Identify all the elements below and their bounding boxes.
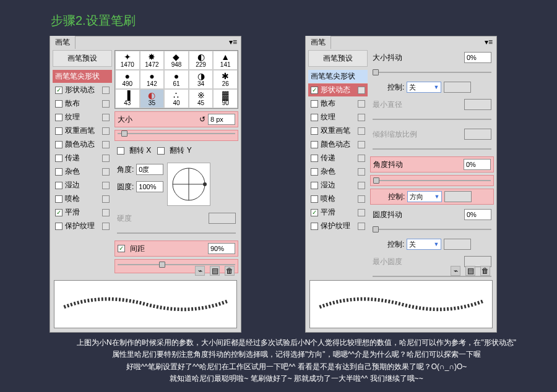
checkbox-icon[interactable] xyxy=(311,114,318,121)
lock-icon[interactable] xyxy=(358,209,365,216)
sidebar-item-transfer[interactable]: 传递 xyxy=(53,151,112,164)
spacing-input[interactable]: 90% xyxy=(208,243,235,254)
checkbox-icon[interactable] xyxy=(311,182,318,189)
checkbox-icon[interactable] xyxy=(55,141,63,148)
sidebar-item-color-dynamics[interactable]: 颜色动态 xyxy=(308,138,368,151)
lock-icon[interactable] xyxy=(102,155,110,162)
size-jitter-input[interactable]: 0% xyxy=(464,52,491,63)
lock-icon[interactable] xyxy=(358,87,365,94)
checkbox-icon[interactable] xyxy=(311,209,318,216)
lock-icon[interactable] xyxy=(358,223,365,230)
checkbox-icon[interactable] xyxy=(311,87,318,94)
round-jitter-input[interactable]: 0% xyxy=(464,209,491,220)
sidebar-item-texture[interactable]: 纹理 xyxy=(308,111,368,124)
panel-tab-brush[interactable]: 画笔 xyxy=(50,36,76,49)
lock-icon[interactable] xyxy=(102,127,110,135)
checkbox-icon[interactable] xyxy=(55,100,63,108)
panel-menu-icon[interactable]: ▾≡ xyxy=(481,36,496,48)
brush-preset-button[interactable]: 画笔预设 xyxy=(308,50,368,67)
lock-icon[interactable] xyxy=(102,182,110,189)
checkbox-icon[interactable] xyxy=(55,195,63,203)
lock-icon[interactable] xyxy=(102,223,110,230)
size-control-select[interactable]: 关▼ xyxy=(407,82,441,93)
lock-icon[interactable] xyxy=(102,168,110,176)
checkbox-icon[interactable] xyxy=(311,141,318,148)
lock-icon[interactable] xyxy=(102,114,110,121)
lock-icon[interactable] xyxy=(358,100,365,108)
checkbox-icon[interactable] xyxy=(55,168,63,176)
roundness-input[interactable]: 100% xyxy=(136,181,163,192)
sidebar-item-shape-dynamics[interactable]: 形状动态 xyxy=(308,83,368,96)
lock-icon[interactable] xyxy=(102,141,110,148)
delete-icon[interactable]: 🗑 xyxy=(480,266,490,276)
sidebar-item-wet-edges[interactable]: 湿边 xyxy=(53,179,112,192)
panel-menu-icon[interactable]: ▾≡ xyxy=(225,36,241,48)
sidebar-item-wet-edges[interactable]: 湿边 xyxy=(308,179,368,192)
toggle-preview-icon[interactable]: ⌁ xyxy=(195,266,205,276)
angle-diagram[interactable] xyxy=(167,163,210,206)
sidebar-item-dual-brush[interactable]: 双重画笔 xyxy=(308,124,368,137)
flip-y-checkbox[interactable] xyxy=(157,147,165,155)
toggle-preview-icon[interactable]: ⌁ xyxy=(451,266,460,276)
sidebar-item-scattering[interactable]: 散布 xyxy=(53,97,112,110)
checkbox-icon[interactable] xyxy=(55,114,63,121)
delete-icon[interactable]: 🗑 xyxy=(225,266,235,276)
sidebar-item-transfer[interactable]: 传递 xyxy=(308,151,368,164)
checkbox-icon[interactable] xyxy=(311,155,318,162)
sidebar-item-airbrush[interactable]: 喷枪 xyxy=(53,192,112,205)
angle-jitter-slider[interactable] xyxy=(373,177,491,184)
checkbox-icon[interactable] xyxy=(311,127,318,135)
new-brush-icon[interactable]: ▤ xyxy=(465,266,475,276)
sidebar-item-protect-texture[interactable]: 保护纹理 xyxy=(308,219,368,232)
round-jitter-slider[interactable] xyxy=(373,226,491,232)
size-jitter-slider[interactable] xyxy=(373,69,491,75)
lock-icon[interactable] xyxy=(358,141,365,148)
lock-icon[interactable] xyxy=(358,195,365,203)
size-input[interactable]: 8 px xyxy=(208,114,235,125)
checkbox-icon[interactable] xyxy=(311,195,318,203)
lock-icon[interactable] xyxy=(358,155,365,162)
size-slider[interactable] xyxy=(118,130,235,137)
sidebar-item-brushtip[interactable]: 画笔笔尖形状 xyxy=(308,70,368,83)
sidebar-item-protect-texture[interactable]: 保护纹理 xyxy=(53,219,112,232)
checkbox-icon[interactable] xyxy=(311,168,318,176)
brush-preset-grid[interactable]: ✦1470 ✸1472 ◆948 ◐229 ▲141 ●490 ●142 ●61… xyxy=(114,50,238,109)
lock-icon[interactable] xyxy=(358,127,365,135)
sidebar-item-smoothing[interactable]: 平滑 xyxy=(308,206,368,219)
angle-input[interactable]: 0度 xyxy=(136,164,163,175)
brush-preset-button[interactable]: 画笔预设 xyxy=(53,50,112,67)
checkbox-icon[interactable] xyxy=(55,182,63,189)
checkbox-icon[interactable] xyxy=(55,223,63,230)
lock-icon[interactable] xyxy=(102,209,110,216)
spacing-checkbox[interactable] xyxy=(118,245,125,252)
angle-jitter-input[interactable]: 0% xyxy=(464,159,491,170)
checkbox-icon[interactable] xyxy=(55,209,63,216)
sidebar-item-brushtip[interactable]: 画笔笔尖形状 xyxy=(53,70,112,83)
sidebar-item-noise[interactable]: 杂色 xyxy=(308,165,368,178)
lock-icon[interactable] xyxy=(358,182,365,189)
lock-icon[interactable] xyxy=(102,87,110,94)
sidebar-item-noise[interactable]: 杂色 xyxy=(53,165,112,178)
checkbox-icon[interactable] xyxy=(55,127,63,135)
sidebar-item-shape-dynamics[interactable]: 形状动态 xyxy=(53,83,112,96)
round-control-select[interactable]: 关▼ xyxy=(407,239,441,250)
lock-icon[interactable] xyxy=(102,195,110,203)
sidebar-item-scattering[interactable]: 散布 xyxy=(308,97,368,110)
new-brush-icon[interactable]: ▤ xyxy=(210,266,220,276)
panel-tab-brush[interactable]: 画笔 xyxy=(306,36,331,49)
sidebar-item-dual-brush[interactable]: 双重画笔 xyxy=(53,124,112,137)
lock-icon[interactable] xyxy=(358,168,365,176)
reset-size-icon[interactable]: ↺ xyxy=(199,115,205,124)
angle-control-select[interactable]: 方向▼ xyxy=(407,191,442,202)
sidebar-item-texture[interactable]: 纹理 xyxy=(53,111,112,124)
lock-icon[interactable] xyxy=(358,114,365,121)
checkbox-icon[interactable] xyxy=(311,223,318,230)
sidebar-item-smoothing[interactable]: 平滑 xyxy=(53,206,112,219)
lock-icon[interactable] xyxy=(102,100,110,108)
checkbox-icon[interactable] xyxy=(55,87,63,94)
checkbox-icon[interactable] xyxy=(55,155,63,162)
sidebar-item-airbrush[interactable]: 喷枪 xyxy=(308,192,368,205)
checkbox-icon[interactable] xyxy=(311,100,318,108)
sidebar-item-color-dynamics[interactable]: 颜色动态 xyxy=(53,138,112,151)
flip-x-checkbox[interactable] xyxy=(117,147,124,155)
